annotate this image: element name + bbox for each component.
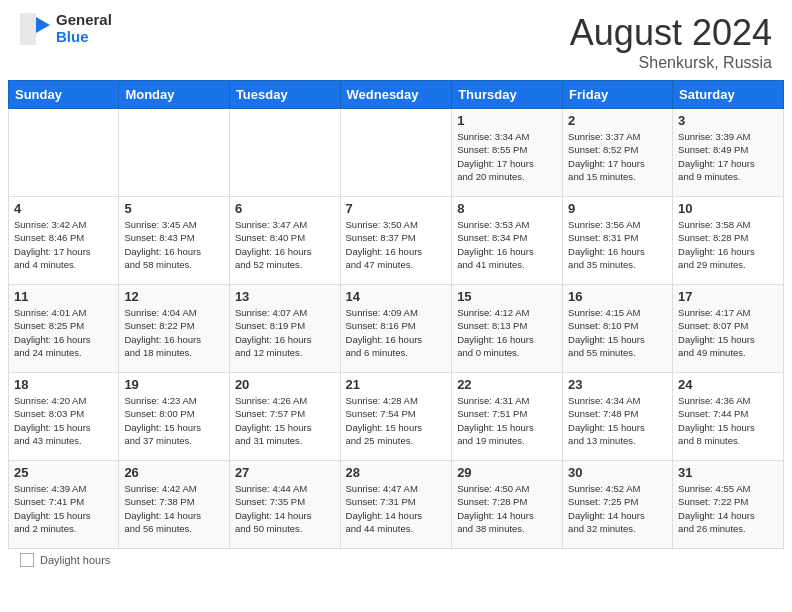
day-number: 28 <box>346 465 447 480</box>
day-number: 24 <box>678 377 778 392</box>
day-number: 21 <box>346 377 447 392</box>
day-info: Sunrise: 3:56 AM Sunset: 8:31 PM Dayligh… <box>568 218 667 271</box>
calendar-cell: 11Sunrise: 4:01 AM Sunset: 8:25 PM Dayli… <box>9 285 119 373</box>
footer-label: Daylight hours <box>40 554 110 566</box>
calendar-cell: 30Sunrise: 4:52 AM Sunset: 7:25 PM Dayli… <box>563 461 673 549</box>
day-info: Sunrise: 4:07 AM Sunset: 8:19 PM Dayligh… <box>235 306 335 359</box>
day-info: Sunrise: 4:17 AM Sunset: 8:07 PM Dayligh… <box>678 306 778 359</box>
calendar-cell: 7Sunrise: 3:50 AM Sunset: 8:37 PM Daylig… <box>340 197 452 285</box>
day-number: 20 <box>235 377 335 392</box>
calendar-cell: 12Sunrise: 4:04 AM Sunset: 8:22 PM Dayli… <box>119 285 230 373</box>
day-number: 6 <box>235 201 335 216</box>
calendar-cell: 6Sunrise: 3:47 AM Sunset: 8:40 PM Daylig… <box>229 197 340 285</box>
day-number: 31 <box>678 465 778 480</box>
weekday-header-thursday: Thursday <box>452 81 563 109</box>
calendar-week-row: 1Sunrise: 3:34 AM Sunset: 8:55 PM Daylig… <box>9 109 784 197</box>
day-number: 30 <box>568 465 667 480</box>
day-number: 2 <box>568 113 667 128</box>
calendar-container: SundayMondayTuesdayWednesdayThursdayFrid… <box>0 80 792 549</box>
weekday-header-friday: Friday <box>563 81 673 109</box>
day-info: Sunrise: 4:55 AM Sunset: 7:22 PM Dayligh… <box>678 482 778 535</box>
day-number: 3 <box>678 113 778 128</box>
day-info: Sunrise: 4:20 AM Sunset: 8:03 PM Dayligh… <box>14 394 113 447</box>
calendar-cell: 20Sunrise: 4:26 AM Sunset: 7:57 PM Dayli… <box>229 373 340 461</box>
calendar-cell: 15Sunrise: 4:12 AM Sunset: 8:13 PM Dayli… <box>452 285 563 373</box>
day-number: 22 <box>457 377 557 392</box>
day-info: Sunrise: 4:31 AM Sunset: 7:51 PM Dayligh… <box>457 394 557 447</box>
header-area: General Blue August 2024 Shenkursk, Russ… <box>0 0 792 80</box>
calendar-cell: 14Sunrise: 4:09 AM Sunset: 8:16 PM Dayli… <box>340 285 452 373</box>
calendar-cell: 17Sunrise: 4:17 AM Sunset: 8:07 PM Dayli… <box>673 285 784 373</box>
day-number: 13 <box>235 289 335 304</box>
day-number: 5 <box>124 201 224 216</box>
day-number: 1 <box>457 113 557 128</box>
footer-legend-box <box>20 553 34 567</box>
day-info: Sunrise: 3:37 AM Sunset: 8:52 PM Dayligh… <box>568 130 667 183</box>
day-info: Sunrise: 4:50 AM Sunset: 7:28 PM Dayligh… <box>457 482 557 535</box>
footer: Daylight hours <box>0 549 792 571</box>
day-number: 16 <box>568 289 667 304</box>
location: Shenkursk, Russia <box>570 54 772 72</box>
svg-rect-0 <box>20 13 36 45</box>
day-info: Sunrise: 3:53 AM Sunset: 8:34 PM Dayligh… <box>457 218 557 271</box>
day-info: Sunrise: 4:36 AM Sunset: 7:44 PM Dayligh… <box>678 394 778 447</box>
calendar-week-row: 4Sunrise: 3:42 AM Sunset: 8:46 PM Daylig… <box>9 197 784 285</box>
day-info: Sunrise: 3:45 AM Sunset: 8:43 PM Dayligh… <box>124 218 224 271</box>
day-number: 9 <box>568 201 667 216</box>
calendar-cell: 25Sunrise: 4:39 AM Sunset: 7:41 PM Dayli… <box>9 461 119 549</box>
day-info: Sunrise: 4:23 AM Sunset: 8:00 PM Dayligh… <box>124 394 224 447</box>
day-info: Sunrise: 3:50 AM Sunset: 8:37 PM Dayligh… <box>346 218 447 271</box>
calendar-cell: 1Sunrise: 3:34 AM Sunset: 8:55 PM Daylig… <box>452 109 563 197</box>
calendar-cell: 29Sunrise: 4:50 AM Sunset: 7:28 PM Dayli… <box>452 461 563 549</box>
calendar-cell: 22Sunrise: 4:31 AM Sunset: 7:51 PM Dayli… <box>452 373 563 461</box>
day-number: 12 <box>124 289 224 304</box>
weekday-header-wednesday: Wednesday <box>340 81 452 109</box>
day-number: 19 <box>124 377 224 392</box>
day-number: 25 <box>14 465 113 480</box>
calendar-cell: 2Sunrise: 3:37 AM Sunset: 8:52 PM Daylig… <box>563 109 673 197</box>
calendar-cell: 23Sunrise: 4:34 AM Sunset: 7:48 PM Dayli… <box>563 373 673 461</box>
calendar-cell: 5Sunrise: 3:45 AM Sunset: 8:43 PM Daylig… <box>119 197 230 285</box>
month-year: August 2024 <box>570 12 772 54</box>
weekday-header-row: SundayMondayTuesdayWednesdayThursdayFrid… <box>9 81 784 109</box>
weekday-header-sunday: Sunday <box>9 81 119 109</box>
calendar-cell: 24Sunrise: 4:36 AM Sunset: 7:44 PM Dayli… <box>673 373 784 461</box>
calendar-cell: 13Sunrise: 4:07 AM Sunset: 8:19 PM Dayli… <box>229 285 340 373</box>
calendar-cell <box>340 109 452 197</box>
day-info: Sunrise: 3:58 AM Sunset: 8:28 PM Dayligh… <box>678 218 778 271</box>
day-info: Sunrise: 4:47 AM Sunset: 7:31 PM Dayligh… <box>346 482 447 535</box>
calendar-cell: 31Sunrise: 4:55 AM Sunset: 7:22 PM Dayli… <box>673 461 784 549</box>
calendar-table: SundayMondayTuesdayWednesdayThursdayFrid… <box>8 80 784 549</box>
weekday-header-saturday: Saturday <box>673 81 784 109</box>
calendar-cell: 21Sunrise: 4:28 AM Sunset: 7:54 PM Dayli… <box>340 373 452 461</box>
day-info: Sunrise: 4:12 AM Sunset: 8:13 PM Dayligh… <box>457 306 557 359</box>
calendar-cell: 3Sunrise: 3:39 AM Sunset: 8:49 PM Daylig… <box>673 109 784 197</box>
logo: General Blue <box>20 12 112 45</box>
day-info: Sunrise: 3:34 AM Sunset: 8:55 PM Dayligh… <box>457 130 557 183</box>
day-number: 29 <box>457 465 557 480</box>
day-info: Sunrise: 4:04 AM Sunset: 8:22 PM Dayligh… <box>124 306 224 359</box>
day-number: 18 <box>14 377 113 392</box>
calendar-cell: 28Sunrise: 4:47 AM Sunset: 7:31 PM Dayli… <box>340 461 452 549</box>
day-info: Sunrise: 4:34 AM Sunset: 7:48 PM Dayligh… <box>568 394 667 447</box>
calendar-cell: 8Sunrise: 3:53 AM Sunset: 8:34 PM Daylig… <box>452 197 563 285</box>
day-number: 4 <box>14 201 113 216</box>
day-number: 7 <box>346 201 447 216</box>
day-info: Sunrise: 4:42 AM Sunset: 7:38 PM Dayligh… <box>124 482 224 535</box>
day-number: 10 <box>678 201 778 216</box>
calendar-cell: 19Sunrise: 4:23 AM Sunset: 8:00 PM Dayli… <box>119 373 230 461</box>
logo-flag-icon <box>20 13 52 45</box>
calendar-cell: 4Sunrise: 3:42 AM Sunset: 8:46 PM Daylig… <box>9 197 119 285</box>
day-number: 15 <box>457 289 557 304</box>
day-number: 14 <box>346 289 447 304</box>
calendar-cell <box>229 109 340 197</box>
day-number: 8 <box>457 201 557 216</box>
weekday-header-tuesday: Tuesday <box>229 81 340 109</box>
day-info: Sunrise: 4:15 AM Sunset: 8:10 PM Dayligh… <box>568 306 667 359</box>
day-info: Sunrise: 4:28 AM Sunset: 7:54 PM Dayligh… <box>346 394 447 447</box>
day-info: Sunrise: 4:01 AM Sunset: 8:25 PM Dayligh… <box>14 306 113 359</box>
calendar-cell: 26Sunrise: 4:42 AM Sunset: 7:38 PM Dayli… <box>119 461 230 549</box>
svg-marker-1 <box>36 17 50 33</box>
calendar-week-row: 18Sunrise: 4:20 AM Sunset: 8:03 PM Dayli… <box>9 373 784 461</box>
calendar-cell <box>119 109 230 197</box>
